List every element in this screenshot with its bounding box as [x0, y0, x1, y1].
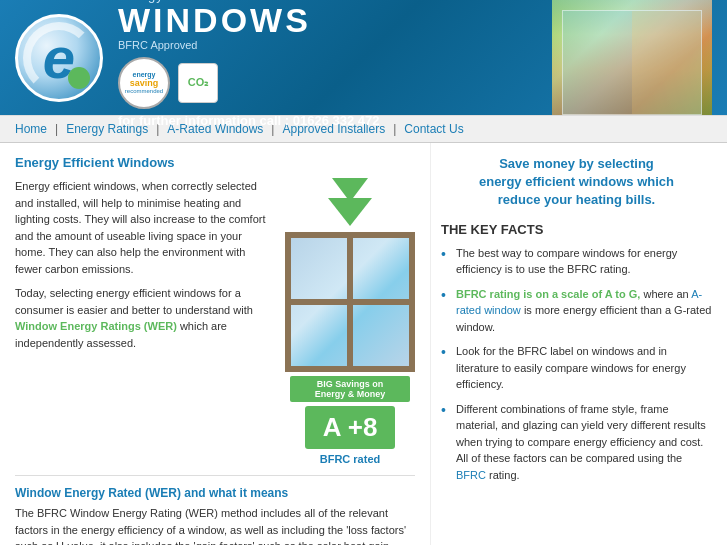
badge-energy-line1: energy	[133, 71, 156, 78]
right-header-line1: Save money by selecting	[499, 156, 654, 171]
bfrc-rated-label: BFRC rated	[320, 453, 381, 465]
left-column: Energy Efficient Windows Energy efficien…	[0, 143, 430, 545]
fact-2-highlight1: BFRC rating is on a scale of A to G,	[456, 288, 640, 300]
fact-4-text2: rating.	[486, 469, 520, 481]
wer-body-text: The BFRC Window Energy Rating (WER) meth…	[15, 507, 406, 545]
fact-2: BFRC rating is on a scale of A to G, whe…	[441, 286, 712, 336]
energy-saving-badge: energy saving recommended	[118, 57, 170, 109]
section1-para2: Today, selecting energy efficient window…	[15, 285, 275, 351]
big-savings-line2: Energy & Money	[315, 389, 386, 399]
window-vertical-bar	[348, 238, 353, 366]
section1-title: Energy Efficient Windows	[15, 155, 415, 170]
main-content: Energy Efficient Windows Energy efficien…	[0, 143, 727, 545]
header-image	[552, 0, 712, 115]
right-header-line3: reduce your heating bills.	[498, 192, 655, 207]
nav-sep-1: |	[55, 122, 58, 136]
fact-4-text1: Different combinations of frame style, f…	[456, 403, 706, 465]
header-bfrc: BFRC Approved	[118, 39, 552, 51]
window-frame	[285, 232, 415, 372]
badge-energy-line3: recommended	[125, 88, 163, 94]
right-header: Save money by selecting energy efficient…	[441, 155, 712, 210]
header-phone: for further information call : 01626 332…	[118, 113, 552, 128]
rating-badge: A +8	[305, 406, 395, 449]
header: e energy efficient WINDOWS BFRC Approved…	[0, 0, 727, 115]
section1-text-block: Energy efficient windows, when correctly…	[15, 178, 275, 465]
nav-home[interactable]: Home	[15, 122, 47, 136]
fact-1-text: The best way to compare windows for ener…	[456, 247, 677, 276]
sunroom-graphic	[562, 10, 702, 115]
window-horizontal-bar	[291, 300, 409, 305]
big-savings-line1: BIG Savings on	[317, 379, 384, 389]
fact-2-middle: where an	[643, 288, 691, 300]
arrow2	[328, 198, 372, 226]
fact-4: Different combinations of frame style, f…	[441, 401, 712, 484]
fact-3-text: Look for the BFRC label on windows and i…	[456, 345, 686, 390]
wer-link[interactable]: Window Energy Ratings (WER)	[15, 320, 177, 332]
header-badges: energy saving recommended CO₂	[118, 57, 552, 109]
wer-title: Window Energy Rated (WER) and what it me…	[15, 486, 415, 500]
logo-green-dot	[68, 67, 90, 89]
window-graphic-container: BIG Savings on Energy & Money A +8 BFRC …	[285, 178, 415, 465]
key-facts-title: THE KEY FACTS	[441, 222, 712, 237]
fact-4-bfrc: BFRC	[456, 469, 486, 481]
content-with-window: Energy efficient windows, when correctly…	[15, 178, 415, 465]
fact-1: The best way to compare windows for ener…	[441, 245, 712, 278]
wer-section: Window Energy Rated (WER) and what it me…	[15, 475, 415, 545]
wer-body: The BFRC Window Energy Rating (WER) meth…	[15, 505, 415, 545]
co2-badge: CO₂	[178, 63, 218, 103]
section1-para2-text: Today, selecting energy efficient window…	[15, 287, 253, 316]
section1-para1: Energy efficient windows, when correctly…	[15, 178, 275, 277]
key-facts-list: The best way to compare windows for ener…	[441, 245, 712, 484]
header-title-big: WINDOWS	[118, 3, 552, 37]
fact-3: Look for the BFRC label on windows and i…	[441, 343, 712, 393]
badge-energy-line2: saving	[130, 78, 159, 88]
big-savings-label: BIG Savings on Energy & Money	[290, 376, 410, 402]
right-header-line2: energy efficient windows which	[479, 174, 674, 189]
logo: e	[15, 14, 103, 102]
header-center: energy efficient WINDOWS BFRC Approved e…	[103, 0, 552, 128]
right-column: Save money by selecting energy efficient…	[430, 143, 727, 545]
arrows-graphic	[328, 178, 372, 226]
